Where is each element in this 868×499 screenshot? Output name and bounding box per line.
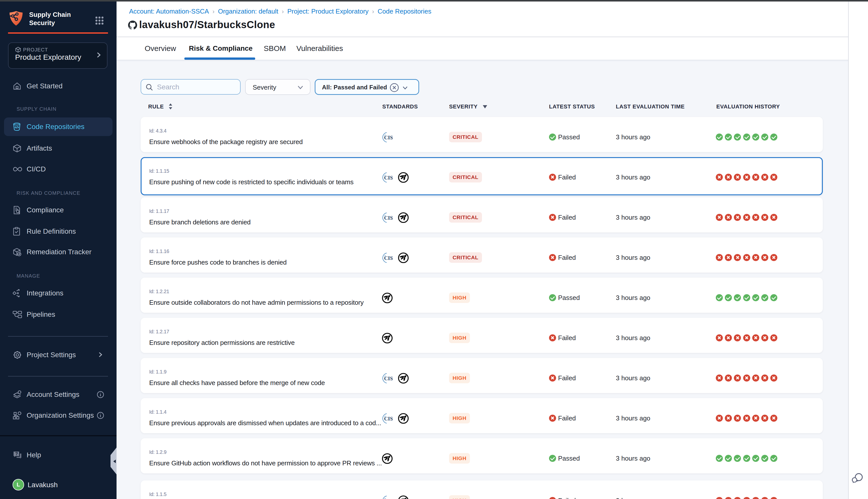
svg-text:CIS: CIS (384, 215, 393, 221)
svg-text:CIS: CIS (384, 376, 393, 381)
svg-text:CIS: CIS (384, 416, 393, 422)
svg-text:CIS: CIS (384, 175, 393, 181)
svg-text:CIS: CIS (384, 135, 393, 141)
svg-text:?: ? (15, 451, 18, 456)
svg-text:CIS: CIS (384, 255, 393, 261)
svg-text:CIS: CIS (384, 498, 393, 499)
